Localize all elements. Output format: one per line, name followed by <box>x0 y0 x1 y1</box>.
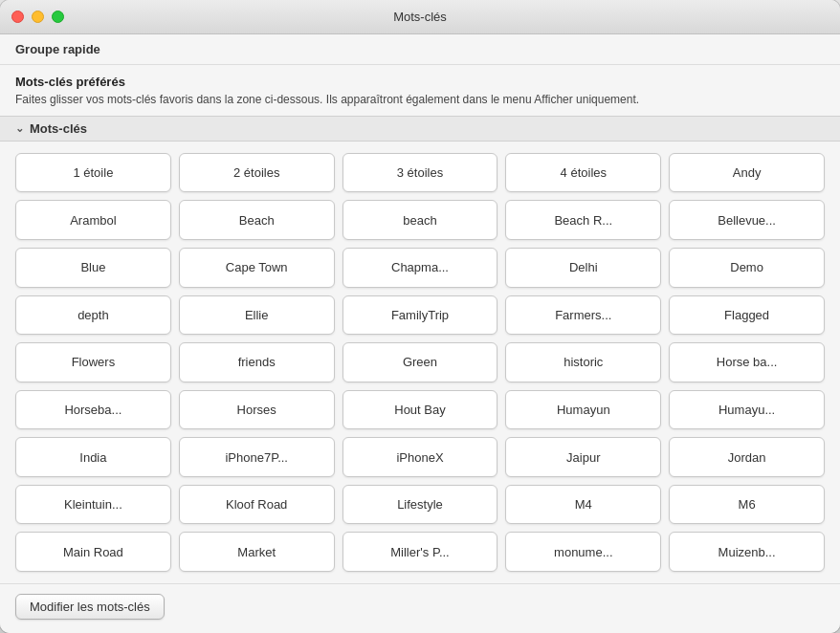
keyword-button[interactable]: Beach R... <box>505 200 661 240</box>
keyword-button[interactable]: Kloof Road <box>179 485 335 525</box>
keyword-button[interactable]: M6 <box>669 485 825 525</box>
keyword-button[interactable]: 4 étoiles <box>505 153 661 193</box>
footer: Modifier les mots-clés <box>0 583 840 633</box>
keyword-button[interactable]: iPhone7P... <box>179 437 335 477</box>
keyword-button[interactable]: 2 étoiles <box>179 153 335 193</box>
keyword-button[interactable]: Demo <box>669 248 825 288</box>
keyword-button[interactable]: Jordan <box>669 437 825 477</box>
keyword-button[interactable]: FamilyTrip <box>343 295 498 336</box>
content-area: Groupe rapide Mots-clés préférés Faites … <box>0 34 840 633</box>
keyword-button[interactable]: Bellevue... <box>669 200 825 240</box>
keyword-button[interactable]: Miller's P... <box>343 532 498 572</box>
keyword-button[interactable]: Horses <box>179 390 335 430</box>
keyword-button[interactable]: Muizenb... <box>669 532 825 572</box>
keyword-button[interactable]: Delhi <box>505 248 661 288</box>
preferred-section: Mots-clés préférés Faites glisser vos mo… <box>0 65 840 116</box>
keyword-button[interactable]: Arambol <box>15 200 171 240</box>
chevron-icon: ⌄ <box>15 122 24 135</box>
window-title: Mots-clés <box>393 10 447 24</box>
keyword-button[interactable]: Flowers <box>15 342 171 382</box>
mots-cles-label: Mots-clés <box>30 121 87 136</box>
mots-cles-header[interactable]: ⌄ Mots-clés <box>0 116 840 142</box>
preferred-description: Faites glisser vos mots-clés favoris dan… <box>15 92 825 108</box>
preferred-title: Mots-clés préférés <box>15 75 825 89</box>
keyword-button[interactable]: Humayun <box>505 390 661 430</box>
window-controls <box>11 11 64 23</box>
keyword-button[interactable]: Ellie <box>179 295 335 336</box>
keyword-button[interactable]: Flagged <box>669 295 825 336</box>
keyword-button[interactable]: Cape Town <box>179 248 335 288</box>
close-button[interactable] <box>11 11 24 23</box>
keywords-grid: 1 étoile2 étoiles3 étoiles4 étoilesAndyA… <box>0 142 840 583</box>
maximize-button[interactable] <box>52 11 64 23</box>
keyword-button[interactable]: 3 étoiles <box>343 153 498 193</box>
keyword-button[interactable]: Kleintuin... <box>15 485 171 525</box>
keyword-button[interactable]: Market <box>179 532 335 572</box>
keyword-button[interactable]: Hout Bay <box>343 390 498 430</box>
keyword-button[interactable]: Horseba... <box>15 390 171 430</box>
keyword-button[interactable]: Main Road <box>15 532 171 572</box>
keyword-button[interactable]: Horse ba... <box>669 342 825 382</box>
minimize-button[interactable] <box>32 11 44 23</box>
modify-keywords-button[interactable]: Modifier les mots-clés <box>15 594 165 620</box>
keyword-button[interactable]: Beach <box>179 200 335 240</box>
keyword-button[interactable]: Lifestyle <box>343 485 498 525</box>
titlebar: Mots-clés <box>0 0 840 34</box>
groupe-rapide-label: Groupe rapide <box>0 34 840 65</box>
keyword-button[interactable]: Green <box>343 342 498 382</box>
keyword-button[interactable]: Farmers... <box>505 295 661 336</box>
keyword-button[interactable]: iPhoneX <box>343 437 498 477</box>
keyword-button[interactable]: historic <box>505 342 661 382</box>
main-window: Mots-clés Groupe rapide Mots-clés préfér… <box>0 0 840 633</box>
keyword-button[interactable]: M4 <box>505 485 661 525</box>
keyword-button[interactable]: Chapma... <box>343 248 498 288</box>
keyword-button[interactable]: Andy <box>669 153 825 193</box>
keyword-button[interactable]: India <box>15 437 171 477</box>
keyword-button[interactable]: 1 étoile <box>15 153 171 193</box>
keyword-button[interactable]: Blue <box>15 248 171 288</box>
keyword-button[interactable]: beach <box>343 200 498 240</box>
keyword-button[interactable]: monume... <box>505 532 661 572</box>
keyword-button[interactable]: Jaipur <box>505 437 661 477</box>
keyword-button[interactable]: depth <box>15 295 171 336</box>
keyword-button[interactable]: Humayu... <box>669 390 825 430</box>
keyword-button[interactable]: friends <box>179 342 335 382</box>
